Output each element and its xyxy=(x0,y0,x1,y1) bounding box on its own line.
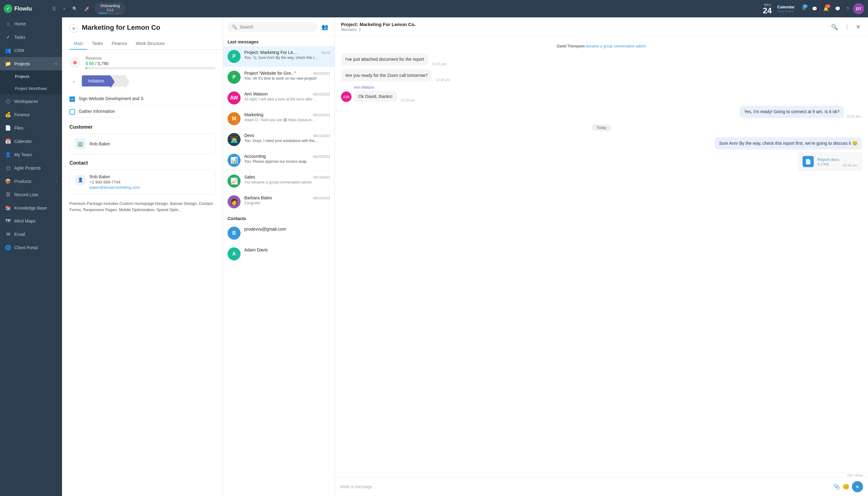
search-row: 🔍 👥 xyxy=(228,22,330,32)
contacts-label: Contacts xyxy=(223,212,335,223)
sidebar-item-products[interactable]: 📦 Products › xyxy=(0,174,62,188)
close-button[interactable]: ✕ xyxy=(69,24,78,33)
conv-time: 08/23/2022 xyxy=(313,113,330,117)
bubble-notification-button[interactable]: 💭 xyxy=(833,4,842,13)
chat-notification-button[interactable]: 💬 xyxy=(810,4,819,13)
conversation-item[interactable]: 👩 Barbara Bates 08/16/2022 Congrats! xyxy=(223,191,335,212)
tab-finance[interactable]: Finance xyxy=(107,38,131,50)
sidebar-item-recordlists[interactable]: ☰ Record Lists › xyxy=(0,188,62,201)
chat-message-input[interactable] xyxy=(340,484,830,489)
search-box[interactable]: 🔍 xyxy=(228,22,317,32)
conv-time: 08/23/2022 xyxy=(313,72,330,75)
tab-work-structure[interactable]: Work Structure xyxy=(131,38,169,50)
stage-toggle[interactable]: ⌄ xyxy=(69,77,78,85)
knowledgebase-icon: 📚 xyxy=(5,205,11,211)
sidebar-item-label: My Team xyxy=(14,152,57,157)
revenue-icon xyxy=(69,57,81,68)
onboarding-fill xyxy=(98,13,107,14)
customer-section-title: Customer xyxy=(69,124,215,130)
sidebar-item-myteam[interactable]: 👤 My Team xyxy=(0,148,62,161)
sidebar-sub-item-projects[interactable]: Projects xyxy=(0,71,62,82)
workspaces-icon: ⬡ xyxy=(5,98,11,104)
search-input[interactable] xyxy=(239,25,313,29)
sidebar-item-agile[interactable]: ◻ Agile Projects › xyxy=(0,161,62,174)
sidebar-item-projects[interactable]: 📁 Projects ∨ xyxy=(0,57,62,71)
contact-item[interactable]: B prodevvs@gmail.com xyxy=(223,223,335,244)
bell-notification-button[interactable]: 🔔 22 xyxy=(822,4,831,13)
file-attachment[interactable]: 📄 Report.docx 8.17KB 09:46 am xyxy=(798,153,862,170)
mail-notification-button[interactable]: ✉ 6 xyxy=(800,4,808,13)
revenue-value: $ 50 / 5,790 xyxy=(86,61,215,66)
customer-card[interactable]: 🏢 Rob Baker xyxy=(69,134,215,154)
bubble-icon: 💭 xyxy=(835,6,840,11)
chevron-right-icon: › xyxy=(56,180,57,183)
conv-avatar: 👨‍💻 xyxy=(228,133,241,146)
close-chat-button[interactable]: ✕ xyxy=(855,22,862,32)
ann-avatar: AW xyxy=(341,91,352,102)
contact-email[interactable]: baker@texasmarketing.com xyxy=(90,185,140,190)
conversation-item[interactable]: 👨‍💻 Devs 08/21/2022 You: Guys, I need yo… xyxy=(223,129,335,150)
sidebar-item-files[interactable]: 📄 Files › xyxy=(0,121,62,135)
sidebar-item-clientportal[interactable]: 🌐 Client Portal xyxy=(0,241,62,254)
add-people-button[interactable]: 👥 xyxy=(320,22,330,32)
nav-icon[interactable]: 🚀 xyxy=(82,4,91,13)
sidebar-item-knowledgebase[interactable]: 📚 Knowledge Base xyxy=(0,201,62,215)
search-button[interactable]: 🔍 xyxy=(71,4,79,13)
tasks-icon: ✓ xyxy=(5,34,11,40)
sidebar-item-mindmaps[interactable]: 🗺 Mind Maps xyxy=(0,215,62,228)
chat-members: Members: 3 xyxy=(341,28,416,32)
onboarding-badge[interactable]: Onboarding 5/13 xyxy=(95,2,126,15)
date-block[interactable]: Wed 24 xyxy=(763,3,772,15)
project-body: Revenue $ 50 / 5,790 ⌄ Initiation xyxy=(62,50,223,219)
chevron-right-icon: › xyxy=(56,113,57,116)
contact-section-title: Contact xyxy=(69,160,215,166)
conversation-item[interactable]: AW Ann Watson 08/23/2022 All right, I wi… xyxy=(223,88,335,108)
task-checkbox-2[interactable] xyxy=(69,109,75,115)
sidebar-item-email[interactable]: ✉ Email xyxy=(0,228,62,241)
conversation-item[interactable]: 📊 Accounting 08/20/2022 You: Please appr… xyxy=(223,150,335,171)
send-button[interactable]: ➤ xyxy=(852,481,863,492)
conv-preview: Congrats! xyxy=(244,201,330,205)
revenue-separator: / 5,790 xyxy=(95,61,108,66)
chevron-right-icon: › xyxy=(56,126,57,129)
tab-main[interactable]: Main xyxy=(69,38,88,50)
hamburger-menu-icon[interactable]: ☰ xyxy=(50,4,58,13)
system-action[interactable]: became a group conversation admin xyxy=(586,44,646,48)
conv-top: Ann Watson 08/23/2022 xyxy=(244,91,330,96)
add-button[interactable]: + xyxy=(61,4,67,13)
sidebar-sub-item-workflows[interactable]: Project Workflows xyxy=(0,82,62,95)
file-name[interactable]: Report.docx xyxy=(818,157,839,162)
user-avatar[interactable]: DT xyxy=(853,3,864,14)
tab-tasks[interactable]: Tasks xyxy=(88,38,107,50)
more-options-button[interactable]: ⋮ xyxy=(843,22,851,32)
conversation-item[interactable]: P Project "Website for Gre..." 08/23/202… xyxy=(223,67,335,88)
project-header: ✕ Marketing for Lemon Co xyxy=(62,17,223,35)
sidebar-item-label: Tasks xyxy=(14,35,57,40)
current-stage-button[interactable]: Initiation xyxy=(82,75,110,87)
sidebar-item-crm[interactable]: 👥 CRM › xyxy=(0,44,62,57)
sidebar-item-calendar[interactable]: 📅 Calendar xyxy=(0,135,62,148)
conversation-item[interactable]: P Project: Marketing For Lemon... 09:46 … xyxy=(223,46,335,67)
sidebar-item-home[interactable]: ⌂ Home xyxy=(0,17,62,30)
conversation-item[interactable]: M Marketing 08/23/2022 Adam D.: Here you… xyxy=(223,108,335,129)
sidebar-item-finance[interactable]: 💰 Finance › xyxy=(0,108,62,121)
calendar-block[interactable]: Calendar New Event xyxy=(774,5,798,13)
chevron-right-icon: › xyxy=(56,49,57,52)
conv-name: Project: Marketing For Lemon... xyxy=(244,50,300,55)
calendar-new-event[interactable]: New Event xyxy=(777,9,795,13)
contact-name: prodevvs@gmail.com xyxy=(244,227,286,232)
emoji-icon[interactable]: 😊 xyxy=(842,483,849,490)
sidebar-item-tasks[interactable]: ✓ Tasks xyxy=(0,30,62,44)
search-chat-button[interactable]: 🔍 xyxy=(830,22,839,32)
attachment-icon[interactable]: 📎 xyxy=(833,483,840,490)
message-bubble: Are you ready for the Zoom call tomorrow… xyxy=(341,69,432,82)
logo[interactable]: ✓ Flowlu xyxy=(4,4,47,13)
sidebar-sub-label: Projects xyxy=(15,74,29,79)
revenue-amount: $ 50 xyxy=(86,61,94,66)
sidebar-item-workspaces[interactable]: ⬡ Workspaces xyxy=(0,95,62,108)
conversation-item[interactable]: 📈 Sales 08/19/2022 You became a group co… xyxy=(223,171,335,191)
search-icon: 🔍 xyxy=(232,25,237,29)
task-checkbox-1[interactable] xyxy=(69,96,75,102)
help-button[interactable]: ? xyxy=(844,4,851,13)
contact-item[interactable]: A Adam Davis xyxy=(223,244,335,264)
